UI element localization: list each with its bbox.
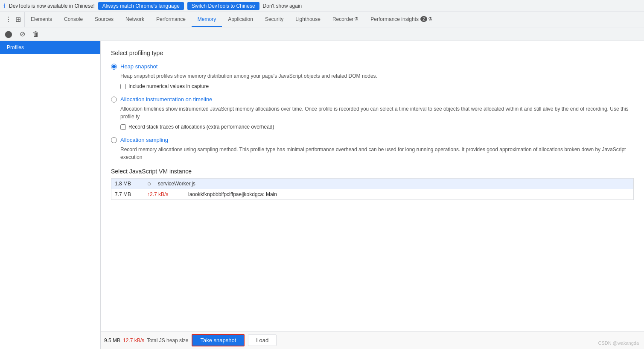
- tab-sources[interactable]: Sources: [89, 12, 119, 27]
- allocation-timeline-desc: Allocation timelines show instrumented J…: [120, 105, 634, 120]
- performance-insights-flask-icon: ⚗: [428, 16, 432, 22]
- vm-size-2: 7.7 MB: [115, 191, 140, 197]
- heap-snapshot-group: Heap snapshot Heap snapshot profiles sho…: [111, 63, 634, 89]
- vm-icon-1: ⊙: [147, 181, 151, 187]
- stop-button[interactable]: ⊘: [17, 29, 27, 39]
- heap-snapshot-label: Heap snapshot: [120, 63, 157, 70]
- allocation-timeline-label: Allocation instrumentation on timeline: [120, 96, 212, 103]
- record-button[interactable]: ⬤: [3, 29, 14, 39]
- tab-recorder[interactable]: Recorder ⚗: [326, 12, 364, 27]
- vm-size-1: 1.8 MB: [115, 181, 140, 187]
- vm-name-2: laookkfknpbbblfpciffpaejjkokdgca: Main: [188, 191, 630, 197]
- toolbar-icons: ⋮ ⊞: [2, 12, 25, 27]
- take-snapshot-button[interactable]: Take snapshot: [192, 334, 245, 346]
- vm-row-main[interactable]: 7.7 MB ↑2.7 kB/s laookkfknpbbblfpciffpae…: [111, 189, 633, 199]
- vm-section-title: Select JavaScript VM instance: [111, 168, 634, 175]
- profiling-panel: Select profiling type Heap snapshot Heap…: [101, 41, 644, 331]
- vm-table: 1.8 MB ⊙ serviceWorker.js 7.7 MB ↑2.7 kB…: [111, 178, 634, 200]
- tab-memory[interactable]: Memory: [192, 12, 222, 27]
- tab-console[interactable]: Console: [58, 12, 89, 27]
- tab-application[interactable]: Application: [222, 12, 259, 27]
- action-bar: ⬤ ⊘ 🗑: [0, 27, 644, 41]
- sidebar: Profiles: [0, 41, 101, 349]
- allocation-sampling-desc: Record memory allocations using sampling…: [120, 146, 634, 161]
- allocation-sampling-radio-label[interactable]: Allocation sampling: [111, 137, 634, 143]
- customize-icon[interactable]: ⋮: [4, 15, 13, 24]
- footer-rate: 12.7 kB/s: [123, 337, 144, 343]
- footer-size: 9.5 MB: [104, 337, 120, 343]
- record-stack-traces-checkbox[interactable]: [120, 124, 126, 130]
- allocation-timeline-radio[interactable]: [111, 97, 117, 103]
- recorder-flask-icon: ⚗: [354, 16, 358, 22]
- tabs-bar: ⋮ ⊞ Elements Console Sources Network Per…: [0, 12, 644, 27]
- footer-label: Total JS heap size: [147, 337, 188, 343]
- tab-elements[interactable]: Elements: [25, 12, 58, 27]
- device-toolbar-icon[interactable]: ⊞: [15, 15, 22, 24]
- dont-show-again-button[interactable]: Don't show again: [263, 3, 302, 9]
- main-layout: Profiles Select profiling type Heap snap…: [0, 41, 644, 349]
- notification-text: DevTools is now available in Chinese!: [9, 3, 95, 9]
- heap-snapshot-desc: Heap snapshot profiles show memory distr…: [120, 72, 634, 80]
- watermark: CSDN @wakangda: [598, 340, 639, 346]
- heap-snapshot-radio-label[interactable]: Heap snapshot: [111, 63, 634, 70]
- include-numerical-checkbox[interactable]: [120, 84, 126, 89]
- select-profiling-title: Select profiling type: [111, 50, 634, 56]
- switch-devtools-button[interactable]: Switch DevTools to Chinese: [187, 2, 259, 10]
- tab-performance-insights[interactable]: Performance insights 2 ⚗: [364, 12, 438, 27]
- tab-performance[interactable]: Performance: [150, 12, 192, 27]
- heap-snapshot-radio[interactable]: [111, 64, 117, 70]
- include-numerical-label[interactable]: Include numerical values in capture: [120, 83, 634, 89]
- performance-insights-badge: 2: [420, 16, 427, 22]
- content-panel: Select profiling type Heap snapshot Heap…: [101, 41, 644, 349]
- vm-name-1: serviceWorker.js: [158, 181, 630, 187]
- tab-security[interactable]: Security: [259, 12, 289, 27]
- notification-bar: ℹ DevTools is now available in Chinese! …: [0, 0, 644, 12]
- allocation-sampling-group: Allocation sampling Record memory alloca…: [111, 137, 634, 161]
- load-button[interactable]: Load: [248, 334, 277, 346]
- tab-lighthouse[interactable]: Lighthouse: [289, 12, 326, 27]
- record-stack-traces-label[interactable]: Record stack traces of allocations (extr…: [120, 124, 634, 130]
- clear-button[interactable]: 🗑: [31, 29, 41, 39]
- info-icon: ℹ: [3, 3, 6, 9]
- tab-network[interactable]: Network: [119, 12, 150, 27]
- sidebar-item-profiles[interactable]: Profiles: [0, 41, 100, 54]
- allocation-sampling-label: Allocation sampling: [120, 137, 168, 143]
- footer-stats: 9.5 MB 12.7 kB/s Total JS heap size: [104, 337, 188, 343]
- allocation-timeline-radio-label[interactable]: Allocation instrumentation on timeline: [111, 96, 634, 103]
- vm-row-serviceworker[interactable]: 1.8 MB ⊙ serviceWorker.js: [111, 179, 633, 189]
- allocation-timeline-group: Allocation instrumentation on timeline A…: [111, 96, 634, 130]
- vm-rate-2: ↑2.7 kB/s: [147, 191, 181, 197]
- footer-bar: 9.5 MB 12.7 kB/s Total JS heap size Take…: [101, 331, 644, 349]
- allocation-sampling-radio[interactable]: [111, 137, 117, 143]
- match-language-button[interactable]: Always match Chrome's language: [98, 2, 184, 10]
